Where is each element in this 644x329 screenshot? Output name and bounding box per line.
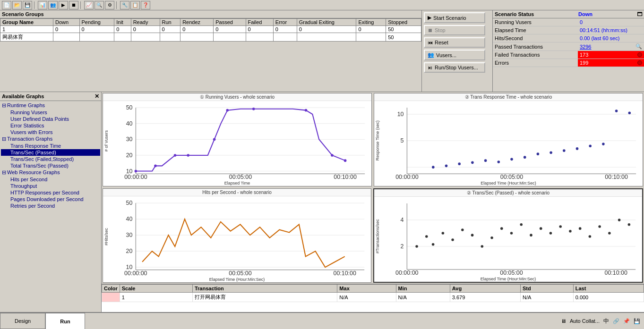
vusers-button[interactable]: 👥 Vusers... xyxy=(424,50,485,60)
trans-sec-svg: 4 2 00:00:00 00:05:00 00:10:00 xyxy=(381,197,642,276)
toolbar-save[interactable]: 💾 xyxy=(23,1,32,9)
maximize-icon[interactable]: 🗖 xyxy=(637,11,642,17)
graph-item-trans-sec-failed[interactable]: Trans/Sec (Failed,Stopped) xyxy=(1,156,100,162)
graph-item-trans-sec-passed[interactable]: Trans/Sec (Passed) xyxy=(1,149,100,156)
col-max: Max xyxy=(337,285,396,293)
table-row[interactable]: 1 0 0 0 0 0 0 0 0 0 0 0 50 xyxy=(0,26,421,33)
toolbar-monitor[interactable]: 📊 xyxy=(38,1,47,9)
run-stop-vusers-button[interactable]: ⏯ Run/Stop Vusers... xyxy=(424,62,485,73)
table-row[interactable]: 网易体育 50 xyxy=(0,33,421,42)
row2-passed xyxy=(214,33,246,42)
svg-text:00:05:00: 00:05:00 xyxy=(229,174,252,180)
graph-trans-sec-title: ② Trans/Sec (Passed) - whole scenario xyxy=(374,189,642,197)
elapsed-time-value: 00:14:51 (hh:mm:ss) xyxy=(578,26,644,34)
scenario-groups-table: Group Name Down Pending Init Ready Run R… xyxy=(0,18,421,42)
graph-item-http[interactable]: HTTP Responses per Second xyxy=(1,189,100,196)
graph-item-retries[interactable]: Retries per Second xyxy=(1,202,100,209)
svg-text:10: 10 xyxy=(397,111,404,118)
graph-item-pages[interactable]: Pages Downloaded per Second xyxy=(1,196,100,202)
row1-error: 0 xyxy=(273,26,297,33)
svg-text:40: 40 xyxy=(126,120,133,127)
status-bar: Design Run 🖥 Auto Collat... 中 🔗 📌 💾 xyxy=(0,312,644,329)
col-group-name: Group Name xyxy=(0,19,53,26)
svg-text:00:05:00: 00:05:00 xyxy=(500,174,523,180)
available-graphs-header: Available Graphs ✕ xyxy=(0,92,101,101)
row-std: N/A xyxy=(521,293,574,302)
svg-text:30: 30 xyxy=(126,232,133,238)
category-runtime[interactable]: ⊟ Runtime Graphs xyxy=(1,102,100,109)
row-scale: 1 xyxy=(120,293,192,302)
scenario-status-title: Scenario Status xyxy=(495,11,534,17)
reset-button[interactable]: ⏮ Reset xyxy=(424,37,485,48)
svg-point-45 xyxy=(563,149,566,152)
graph-item-total-trans[interactable]: Total Trans/Sec (Passed) xyxy=(1,162,100,169)
graph-item-user-defined[interactable]: User Defined Data Points xyxy=(1,116,100,122)
svg-text:00:00:00: 00:00:00 xyxy=(395,270,418,276)
svg-text:00:10:00: 00:10:00 xyxy=(605,270,627,276)
row2-init xyxy=(114,33,131,42)
row-max: N/A xyxy=(337,293,396,302)
scenario-groups: Scenario Groups Group Name Down Pending … xyxy=(0,10,422,92)
svg-text:4: 4 xyxy=(400,217,404,223)
graph-item-error-stats[interactable]: Error Statistics xyxy=(1,122,100,129)
category-web[interactable]: ⊟ Web Resource Graphs xyxy=(1,169,100,176)
row1-init: 0 xyxy=(114,26,131,33)
elapsed-time-label: Elapsed Time xyxy=(493,26,578,34)
toolbar-vusers[interactable]: 👥 xyxy=(48,1,58,9)
toolbar-run[interactable]: ▶ xyxy=(59,1,68,9)
svg-point-39 xyxy=(484,159,487,162)
close-icon[interactable]: ✕ xyxy=(94,93,99,100)
svg-text:30: 30 xyxy=(126,136,133,143)
available-graphs-scroll[interactable]: ⊟ Runtime Graphs Running Vusers User Def… xyxy=(0,101,101,312)
graph-running-vusers-x-label: Elapsed Time xyxy=(103,180,371,186)
toolbar-help[interactable]: ❓ xyxy=(141,1,150,9)
toolbar-config[interactable]: 📋 xyxy=(130,1,140,9)
col-init: Init xyxy=(114,19,131,26)
category-transaction[interactable]: ⊟ Transaction Graphs xyxy=(1,135,100,143)
toolbar-stop[interactable]: ⏹ xyxy=(69,1,78,9)
graph-item-trans-response[interactable]: Trans Response Time xyxy=(1,143,100,149)
graph-trans-sec-wrapper: #Transactions/sec 4 2 00:00:00 00:05:00 xyxy=(374,197,642,276)
run-tab[interactable]: Run xyxy=(45,313,85,329)
toolbar-open[interactable]: 📂 xyxy=(12,1,22,9)
row1-run: 0 xyxy=(160,26,180,33)
row1-pending: 0 xyxy=(79,26,114,33)
stop-button[interactable]: ⏹ Stop xyxy=(424,25,485,35)
col-avg: Avg xyxy=(450,285,520,293)
expand-icon-trans: ⊟ xyxy=(2,136,6,142)
svg-text:50: 50 xyxy=(126,200,133,206)
category-runtime-label: Runtime Graphs xyxy=(7,102,45,108)
start-scenario-button[interactable]: ▶ Start Scenario xyxy=(424,12,485,23)
graph-item-hits[interactable]: Hits per Second xyxy=(1,176,100,183)
status-icon-2: 📌 xyxy=(623,318,630,324)
reset-icon: ⏮ xyxy=(428,40,433,45)
graph-item-vusers-errors[interactable]: Vusers with Errors xyxy=(1,129,100,135)
design-tab[interactable]: Design xyxy=(0,313,45,329)
status-icon-1: 🔗 xyxy=(613,318,619,324)
status-row-hits: Hits/Second 0.00 (last 60 sec) xyxy=(493,34,644,42)
search-icon[interactable]: 🔍 xyxy=(635,43,642,50)
graph-item-throughput[interactable]: Throughput xyxy=(1,183,100,189)
row1-gradual: 0 xyxy=(297,26,356,33)
row-last: 0.000 xyxy=(573,293,644,302)
running-vusers-value: 0 xyxy=(578,18,644,26)
row2-run xyxy=(160,33,180,42)
passed-trans-label: Passed Transactions xyxy=(493,43,578,51)
row2-down xyxy=(53,33,79,42)
toolbar-analysis[interactable]: 🔍 xyxy=(94,1,104,9)
toolbar-new[interactable]: 📄 xyxy=(2,1,11,9)
row-avg: 3.679 xyxy=(450,293,520,302)
data-table-row[interactable]: 1 打开网易体育 N/A N/A 3.679 N/A 0.000 xyxy=(102,293,644,302)
svg-point-24 xyxy=(344,159,347,162)
toolbar-options[interactable]: 🔧 xyxy=(120,1,129,9)
toolbar-sep1 xyxy=(34,1,36,9)
graph-item-running-vusers[interactable]: Running Vusers xyxy=(1,109,100,116)
main-container: Scenario Groups Group Name Down Pending … xyxy=(0,10,644,312)
svg-point-49 xyxy=(615,110,618,112)
col-ready: Ready xyxy=(131,19,160,26)
svg-point-18 xyxy=(187,154,189,157)
toolbar-config2[interactable]: ⚙ xyxy=(105,1,114,9)
row-min: N/A xyxy=(396,293,450,302)
toolbar-results[interactable]: 📈 xyxy=(84,1,94,9)
category-transaction-label: Transaction Graphs xyxy=(7,136,52,142)
